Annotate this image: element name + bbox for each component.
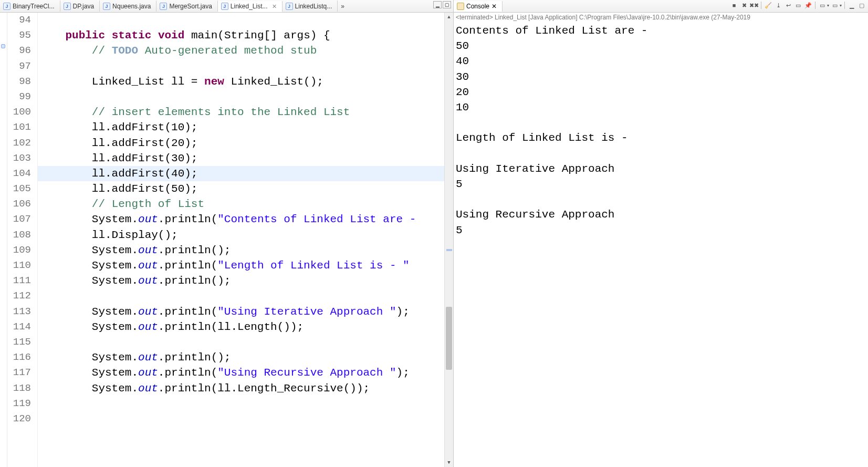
toolbar-separator [844, 2, 845, 9]
console-tab[interactable]: Console ✕ [454, 1, 503, 12]
tab-label: BinaryTreeCl... [13, 3, 55, 10]
line-number-gutter: 9495969798991001011021031041051061071081… [7, 13, 38, 467]
code-line[interactable]: System.out.println(ll.Length_Recursive()… [38, 381, 444, 396]
code-line[interactable]: System.out.println(); [38, 273, 444, 288]
show-console-icon[interactable]: ▭ [794, 1, 802, 9]
code-line[interactable] [38, 335, 444, 350]
editor-pane: JBinaryTreeCl...JDP.javaJNqueens.javaJMe… [0, 0, 454, 467]
remove-launch-icon[interactable]: ✖ [740, 1, 748, 9]
console-tab-bar: Console ✕ ■✖✖✖🧹⤓↩▭📌▭▾▭▾▁▢ [454, 0, 868, 13]
code-line[interactable]: // Length of List [38, 196, 444, 212]
console-icon [457, 3, 464, 10]
editor-vertical-scrollbar[interactable]: ▲ ▼ [444, 13, 453, 467]
code-line[interactable]: Linked_List ll = new Linked_List(); [38, 74, 444, 89]
scroll-lock-icon[interactable]: ⤓ [774, 1, 782, 9]
code-line[interactable]: System.out.println("Using Recursive Appr… [38, 365, 444, 380]
left-ruler [0, 13, 7, 467]
code-line[interactable]: ll.addFirst(20); [38, 136, 444, 151]
code-line[interactable] [38, 411, 444, 427]
code-line[interactable]: // insert elements into the Linked List [38, 105, 444, 120]
toolbar-separator [761, 2, 761, 9]
scroll-down-arrow[interactable]: ▼ [445, 458, 453, 467]
minimize-button[interactable]: ▁ [433, 1, 442, 8]
java-file-icon: J [286, 3, 293, 10]
editor-tab[interactable]: JNqueens.java [100, 1, 156, 12]
scrollbar-thumb[interactable] [446, 307, 452, 370]
word-wrap-icon[interactable]: ↩ [784, 1, 792, 9]
code-line[interactable]: System.out.println("Using Iterative Appr… [38, 304, 444, 319]
java-file-icon: J [160, 3, 167, 10]
java-file-icon: J [103, 3, 110, 10]
toolbar-separator [815, 2, 815, 9]
code-line[interactable] [38, 13, 444, 28]
minimize-icon[interactable]: ▁ [848, 1, 856, 9]
code-line[interactable]: ll.addFirst(40); [38, 166, 444, 181]
scroll-up-arrow[interactable]: ▲ [445, 13, 453, 22]
code-content[interactable]: public static void main(String[] args) {… [38, 13, 444, 467]
pin-icon[interactable]: 📌 [804, 1, 812, 9]
code-line[interactable] [38, 59, 444, 74]
maximize-button[interactable]: ▢ [443, 1, 451, 8]
code-line[interactable]: System.out.println("Contents of Linked L… [38, 212, 444, 227]
close-icon[interactable]: ✕ [272, 3, 277, 10]
editor-tab[interactable]: JMergeSort.java [156, 1, 217, 12]
code-line[interactable]: public static void main(String[] args) { [38, 28, 444, 43]
code-line[interactable]: System.out.println(ll.Length()); [38, 319, 444, 335]
tab-label: Nqueens.java [112, 3, 151, 10]
code-line[interactable]: System.out.println(); [38, 350, 444, 365]
maximize-icon[interactable]: ▢ [857, 1, 866, 9]
code-line[interactable] [38, 396, 444, 411]
dropdown-arrow-icon[interactable]: ▾ [827, 3, 829, 8]
dropdown-arrow-icon[interactable]: ▾ [840, 3, 842, 8]
java-file-icon: J [64, 3, 71, 10]
console-toolbar: ■✖✖✖🧹⤓↩▭📌▭▾▭▾▁▢ [730, 1, 866, 9]
display-icon[interactable]: ▭ [818, 1, 827, 9]
editor-tab[interactable]: JLinkedListq... [283, 1, 338, 12]
code-area[interactable]: 9495969798991001011021031041051061071081… [0, 13, 453, 467]
remove-all-icon[interactable]: ✖✖ [750, 1, 758, 9]
close-icon[interactable]: ✕ [491, 3, 497, 10]
tab-label: LinkedListq... [295, 3, 332, 10]
clear-icon[interactable]: 🧹 [764, 1, 772, 9]
open-console-icon[interactable]: ▭ [831, 1, 839, 9]
console-output[interactable]: Contents of Linked List are - 50 40 30 2… [454, 22, 868, 467]
code-line[interactable]: System.out.println("Length of Linked Lis… [38, 258, 444, 273]
editor-tab-bar: JBinaryTreeCl...JDP.javaJNqueens.javaJMe… [0, 0, 453, 13]
tab-label: DP.java [73, 3, 94, 10]
editor-tab[interactable]: JLinked_List...✕ [218, 1, 283, 12]
tab-overflow-button[interactable]: » [338, 3, 348, 10]
java-file-icon: J [3, 3, 11, 10]
code-line[interactable]: // TODO Auto-generated method stub [38, 43, 444, 58]
tab-label: Linked_List... [231, 3, 268, 10]
code-line[interactable]: ll.addFirst(30); [38, 151, 444, 166]
code-line[interactable]: ll.Display(); [38, 227, 444, 243]
editor-tab[interactable]: JBinaryTreeCl... [0, 1, 60, 12]
editor-tab[interactable]: JDP.java [60, 1, 100, 12]
ruler-mark [1, 44, 5, 48]
terminated-status: <terminated> Linked_List [Java Applicati… [454, 13, 868, 22]
overview-mark [446, 249, 452, 251]
code-line[interactable]: System.out.println(); [38, 243, 444, 258]
java-file-icon: J [221, 3, 228, 10]
code-line[interactable] [38, 288, 444, 304]
tab-label: MergeSort.java [169, 3, 212, 10]
code-line[interactable]: ll.addFirst(10); [38, 120, 444, 135]
console-tab-label: Console [466, 3, 489, 10]
stop-icon[interactable]: ■ [730, 1, 738, 9]
code-line[interactable] [38, 89, 444, 105]
code-line[interactable]: ll.addFirst(50); [38, 181, 444, 196]
console-pane: Console ✕ ■✖✖✖🧹⤓↩▭📌▭▾▭▾▁▢ <terminated> L… [454, 0, 868, 467]
editor-window-controls: ▁ ▢ [433, 1, 451, 8]
